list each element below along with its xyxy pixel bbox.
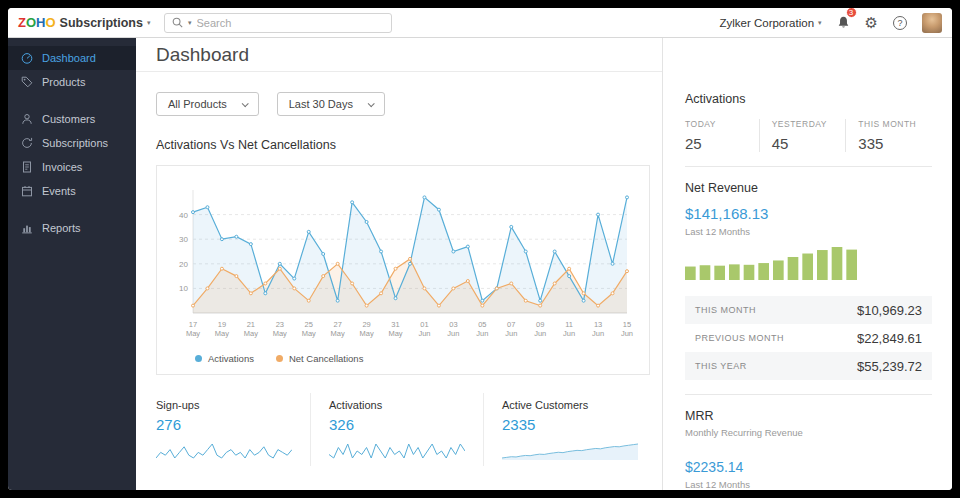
svg-text:Jun: Jun (418, 329, 430, 338)
svg-text:Jun: Jun (621, 329, 633, 338)
activations-this-month: THIS MONTH 335 (845, 119, 932, 152)
svg-text:09: 09 (536, 320, 544, 329)
svg-text:May: May (273, 329, 287, 338)
chart-title: Activations Vs Net Cancellations (156, 138, 650, 152)
legend-item-activations: Activations (195, 353, 254, 364)
stat-value: 2335 (502, 416, 638, 433)
tag-icon (21, 76, 33, 88)
user-avatar[interactable] (922, 13, 942, 33)
sidebar-item-label: Subscriptions (42, 137, 108, 149)
help-button[interactable]: ? (893, 16, 907, 30)
svg-text:23: 23 (276, 320, 284, 329)
sidebar-item-dashboard[interactable]: Dashboard (8, 46, 136, 70)
date-range-label: Last 30 Days (289, 98, 353, 110)
zoho-logo[interactable]: ZOHO Subscriptions ▾ (18, 15, 164, 30)
stat-value: 25 (685, 135, 759, 152)
stat-value: 335 (858, 135, 932, 152)
svg-text:17: 17 (189, 320, 197, 329)
mrr-amount: $2235.14 (685, 459, 932, 475)
svg-text:Jun: Jun (534, 329, 546, 338)
svg-text:Jun: Jun (447, 329, 459, 338)
mrr-subtitle: Monthly Recurring Revenue (685, 427, 932, 438)
sidebar-item-customers[interactable]: Customers (8, 107, 136, 131)
activations-yesterday: YESTERDAY 45 (759, 119, 846, 152)
screen-frame: ZOHO Subscriptions ▾ ▾ Zylker Corporatio… (0, 0, 960, 498)
active-customers-sparkline (502, 442, 638, 460)
svg-text:11: 11 (565, 320, 573, 329)
stat-label: YESTERDAY (772, 119, 846, 129)
chevron-down-icon (368, 100, 375, 107)
stat-label: Sign-ups (156, 399, 292, 411)
notifications-button[interactable]: 3 (837, 13, 850, 33)
search-icon (172, 17, 183, 28)
activations-chart-panel: 1020304017May19May21May23May25May27May29… (156, 165, 650, 375)
sidebar-item-label: Customers (42, 113, 95, 125)
org-name: Zylker Corporation (719, 17, 814, 29)
activations-summary-title: Activations (685, 92, 932, 106)
stats-row: Sign-ups 276 Activations 326 Active Cust… (156, 393, 650, 466)
svg-text:29: 29 (362, 320, 370, 329)
org-switcher[interactable]: Zylker Corporation ▾ (719, 17, 821, 29)
date-range-dropdown[interactable]: Last 30 Days (277, 92, 385, 116)
svg-text:May: May (186, 329, 200, 338)
sidebar-item-label: Products (42, 76, 85, 88)
stat-card-active-customers: Active Customers 2335 (483, 393, 656, 466)
page-title: Dashboard (156, 44, 249, 66)
settings-button[interactable]: ⚙ (865, 15, 878, 30)
stat-value: 45 (772, 135, 846, 152)
sidebar: Dashboard Products Customers Subscriptio… (8, 38, 136, 490)
sidebar-item-reports[interactable]: Reports (8, 216, 136, 240)
main-content: Dashboard All Products Last 30 Days Act (136, 38, 662, 490)
svg-text:31: 31 (391, 320, 399, 329)
sidebar-item-label: Events (42, 185, 76, 197)
chevron-down-icon: ▾ (818, 19, 822, 27)
bar-chart-icon (21, 222, 33, 234)
stat-card-activations: Activations 326 (310, 393, 483, 466)
search-box[interactable]: ▾ (164, 13, 392, 33)
svg-text:20: 20 (179, 260, 188, 269)
refresh-icon (21, 137, 33, 149)
stat-card-signups: Sign-ups 276 (156, 393, 310, 466)
net-revenue-amount: $141,168.13 (685, 205, 932, 222)
svg-text:27: 27 (333, 320, 341, 329)
chevron-down-icon: ▾ (147, 19, 151, 27)
svg-text:10: 10 (179, 284, 188, 293)
row-value: $55,239.72 (857, 359, 922, 374)
help-icon: ? (897, 18, 902, 28)
svg-text:21: 21 (247, 320, 255, 329)
svg-text:May: May (331, 329, 345, 338)
mrr-period: Last 12 Months (685, 479, 932, 490)
svg-text:13: 13 (594, 320, 602, 329)
dashboard-icon (21, 52, 33, 64)
sidebar-item-products[interactable]: Products (8, 70, 136, 94)
svg-text:25: 25 (305, 320, 313, 329)
svg-text:May: May (388, 329, 402, 338)
row-label: PREVIOUS MONTH (695, 333, 784, 343)
notification-badge: 3 (846, 8, 857, 18)
zoho-logo-letters: ZOHO (18, 15, 56, 30)
legend-label: Activations (208, 353, 254, 364)
sidebar-item-invoices[interactable]: Invoices (8, 155, 136, 179)
svg-text:Jun: Jun (476, 329, 488, 338)
stat-label: THIS MONTH (858, 119, 932, 129)
sidebar-item-label: Reports (42, 222, 81, 234)
svg-text:19: 19 (218, 320, 226, 329)
svg-text:30: 30 (179, 235, 188, 244)
row-label: THIS MONTH (695, 305, 756, 315)
product-filter-dropdown[interactable]: All Products (156, 92, 259, 116)
person-icon (21, 113, 33, 125)
product-filter-label: All Products (168, 98, 227, 110)
search-scope-caret[interactable]: ▾ (188, 19, 192, 27)
net-revenue-bar-chart (685, 246, 857, 280)
stat-value: 276 (156, 416, 292, 433)
mrr-title: MRR (685, 409, 932, 423)
sidebar-item-subscriptions[interactable]: Subscriptions (8, 131, 136, 155)
chevron-down-icon (241, 100, 248, 107)
product-name: Subscriptions (60, 16, 143, 30)
legend-dot (195, 355, 202, 362)
sidebar-item-label: Invoices (42, 161, 82, 173)
search-input[interactable] (197, 17, 384, 29)
svg-text:07: 07 (507, 320, 515, 329)
legend-label: Net Cancellations (289, 353, 363, 364)
sidebar-item-events[interactable]: Events (8, 179, 136, 203)
